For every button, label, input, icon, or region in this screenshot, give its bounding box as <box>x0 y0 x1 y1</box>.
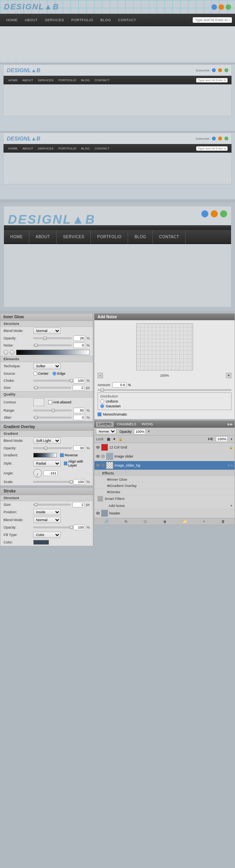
eye-header[interactable] <box>96 512 100 515</box>
nav-contact-2[interactable]: CONTACT <box>92 78 112 83</box>
layer-link-btn[interactable]: 🔗 <box>103 519 110 524</box>
nav-portfolio-2[interactable]: PORTFOLIO <box>56 78 79 83</box>
search-input-1[interactable] <box>193 17 232 23</box>
layer-12col[interactable]: 12 Col Grid 🔒 <box>94 443 235 452</box>
large-nav-home[interactable]: HOME <box>4 230 29 244</box>
stroke-blend-select[interactable]: Normal <box>33 517 61 523</box>
size-slider[interactable] <box>33 387 71 388</box>
source-center[interactable]: Center <box>33 372 49 376</box>
gradient-swatch[interactable] <box>33 453 57 458</box>
size-input[interactable] <box>72 385 84 390</box>
eye-inner-glow[interactable] <box>107 478 110 481</box>
layer-group-btn[interactable]: 📁 <box>181 519 188 524</box>
zoom-minus-btn[interactable]: - <box>98 373 103 378</box>
layers-blend-select[interactable]: Normal <box>96 429 116 434</box>
anti-alias-checkbox[interactable] <box>48 400 52 404</box>
nav-about-1[interactable]: ABOUT <box>22 16 41 24</box>
nav-about-2[interactable]: ABOUT <box>20 78 36 83</box>
choke-slider[interactable] <box>33 380 72 381</box>
color-mode-grad[interactable] <box>10 350 14 355</box>
radio-gaussian[interactable] <box>100 404 104 408</box>
nav-contact-3[interactable]: CONTACT <box>92 146 112 151</box>
nav-contact-1[interactable]: CONTACT <box>115 16 139 24</box>
mono-checkbox[interactable] <box>98 412 101 416</box>
color-mode-solid[interactable] <box>4 350 8 355</box>
layer-adj-btn[interactable]: ◑ <box>162 519 167 524</box>
zoom-plus-btn[interactable]: + <box>226 373 231 378</box>
eye-12col[interactable] <box>96 446 100 449</box>
anti-alias-label[interactable]: Anti-aliased <box>48 400 71 404</box>
large-nav-portfolio[interactable]: PORTFOLIO <box>91 230 128 244</box>
stroke-pos-select[interactable]: Inside <box>33 509 61 515</box>
go-scale-slider[interactable] <box>33 481 72 483</box>
nav-home-2[interactable]: HOME <box>6 78 20 83</box>
layer-header[interactable]: header <box>94 509 235 518</box>
noise-amount-slider[interactable] <box>98 389 231 391</box>
layers-opacity-arrow[interactable]: ▼ <box>147 430 150 433</box>
nav-services-1[interactable]: SERVICES <box>42 16 67 24</box>
search-input-2[interactable] <box>196 78 228 82</box>
nav-home-1[interactable]: HOME <box>3 16 21 24</box>
layers-menu-btn[interactable]: ▶▶ <box>228 422 233 426</box>
noise-input[interactable] <box>73 343 85 348</box>
lock-pos-btn[interactable]: ✦ <box>113 437 116 441</box>
eye-image-slider[interactable] <box>96 455 100 458</box>
go-opacity-input[interactable] <box>73 445 85 451</box>
noise-slider[interactable] <box>33 345 72 346</box>
eye-gradient-overlay[interactable] <box>107 485 110 487</box>
search-input-3[interactable] <box>196 146 228 151</box>
stroke-color-swatch[interactable] <box>33 540 49 545</box>
layer-new-btn[interactable]: + <box>202 519 206 524</box>
radio-edge[interactable] <box>52 372 56 376</box>
align-label[interactable]: Align with Layer <box>64 460 90 467</box>
large-nav-services[interactable]: SERVICES <box>57 230 91 244</box>
jitter-slider[interactable] <box>33 417 72 418</box>
radio-center[interactable] <box>33 372 37 376</box>
nav-portfolio-1[interactable]: PORTFOLIO <box>68 16 96 24</box>
reverse-checkbox[interactable] <box>60 453 64 457</box>
radio-uniform[interactable] <box>100 399 104 403</box>
layer-mask-btn[interactable]: ◻ <box>143 519 148 524</box>
layer-image-slider-bg[interactable]: image_slider_bg ✦ fx <box>94 461 235 470</box>
nav-blog-3[interactable]: BLOG <box>79 146 92 151</box>
nav-about-3[interactable]: ABOUT <box>20 146 36 151</box>
channels-tab[interactable]: CHANNELS <box>115 421 138 427</box>
opacity-input[interactable] <box>73 336 85 341</box>
jitter-input[interactable] <box>73 415 85 420</box>
technique-select[interactable]: Softer <box>33 363 61 369</box>
nav-services-3[interactable]: SERVICES <box>36 146 56 151</box>
layer-delete-btn[interactable]: 🗑 <box>220 519 226 524</box>
stroke-opacity-slider[interactable] <box>33 527 72 528</box>
stroke-fill-select[interactable]: Color <box>33 532 61 538</box>
fill-arrow[interactable]: ▼ <box>230 438 233 441</box>
nav-home-3[interactable]: HOME <box>6 146 20 151</box>
layers-opacity-input[interactable] <box>134 429 146 434</box>
nav-services-2[interactable]: SERVICES <box>36 78 56 83</box>
large-nav-contact[interactable]: CONTACT <box>153 230 186 244</box>
stroke-size-slider[interactable] <box>33 504 71 505</box>
go-opacity-slider[interactable] <box>33 447 72 449</box>
eye-slider-bg[interactable] <box>96 464 100 467</box>
lock-all-btn[interactable]: 🔒 <box>118 437 123 441</box>
opacity-slider[interactable] <box>33 337 72 339</box>
stroke-opacity-input[interactable] <box>73 525 85 530</box>
range-slider[interactable] <box>33 410 72 411</box>
angle-dial[interactable] <box>33 469 42 478</box>
eye-stroke[interactable] <box>107 491 110 493</box>
fill-input[interactable] <box>216 436 228 442</box>
range-input[interactable] <box>73 408 85 413</box>
stroke-size-input[interactable] <box>72 502 84 507</box>
nav-portfolio-3[interactable]: PORTFOLIO <box>56 146 79 151</box>
angle-input[interactable] <box>43 470 58 476</box>
noise-amount-input[interactable] <box>112 382 127 388</box>
large-nav-about[interactable]: ABOUT <box>29 230 57 244</box>
layers-tab[interactable]: LAYERS <box>96 421 114 427</box>
choke-input[interactable] <box>73 378 85 383</box>
nav-blog-2[interactable]: BLOG <box>79 78 92 83</box>
go-style-select[interactable]: Radial <box>33 460 61 467</box>
source-edge[interactable]: Edge <box>52 372 65 376</box>
align-checkbox[interactable] <box>64 461 67 465</box>
nav-blog-1[interactable]: BLOG <box>97 16 114 24</box>
layer-image-slider[interactable]: image slider <box>94 452 235 461</box>
large-nav-blog[interactable]: BLOG <box>128 230 153 244</box>
